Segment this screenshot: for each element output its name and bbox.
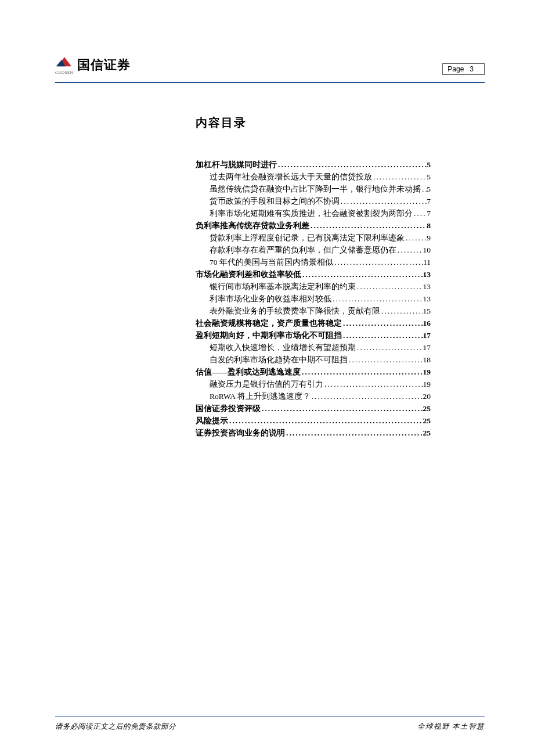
logo-icon: GUOSEN — [55, 55, 74, 75]
toc-entry: 负利率推高传统存贷款业务利差8 — [196, 222, 431, 230]
toc-container: 内容目录 加杠杆与脱媒同时进行5过去两年社会融资增长远大于天量的信贷投放5虽然传… — [196, 115, 431, 441]
toc-dot-leader — [413, 210, 427, 218]
toc-entry-page: 9 — [427, 234, 431, 242]
toc-entry-page: 11 — [423, 258, 431, 267]
toc-list: 加杠杆与脱媒同时进行5过去两年社会融资增长远大于天量的信贷投放5虽然传统信贷在融… — [196, 161, 431, 437]
toc-entry-page: 7 — [427, 210, 431, 218]
toc-entry-page: 19 — [423, 380, 431, 388]
toc-dot-leader — [333, 258, 423, 267]
toc-entry: 国信证券投资评级25 — [196, 405, 431, 413]
toc-dot-leader — [380, 307, 423, 315]
toc-entry: 社会融资规模将稳定，资产质量也将稳定16 — [196, 319, 431, 327]
footer-disclaimer: 请务必阅读正文之后的免责条款部分 — [55, 722, 176, 732]
toc-entry: 证券投资咨询业务的说明25 — [196, 429, 431, 437]
toc-dot-leader — [405, 234, 427, 242]
toc-entry-text: 证券投资咨询业务的说明 — [196, 429, 285, 437]
toc-entry: 估值——盈利或达到逃逸速度19 — [196, 368, 431, 376]
toc-dot-leader — [372, 173, 427, 181]
toc-dot-leader — [285, 429, 423, 437]
toc-entry-page: 5 — [427, 185, 431, 193]
toc-entry-page: 20 — [423, 393, 431, 401]
toc-dot-leader — [331, 295, 423, 303]
toc-entry: 加杠杆与脱媒同时进行5 — [196, 161, 431, 169]
toc-entry: 风险提示25 — [196, 417, 431, 425]
toc-entry-text: 表外融资业务的手续费费率下降很快，贡献有限 — [210, 307, 380, 315]
toc-entry: 70 年代的美国与当前国内情景相似11 — [196, 258, 431, 267]
toc-entry-page: 17 — [423, 332, 431, 340]
toc-dot-leader — [396, 246, 423, 254]
toc-entry: 过去两年社会融资增长远大于天量的信贷投放5 — [196, 173, 431, 181]
toc-entry: 贷款利率上浮程度创记录，已有脱离法定下限利率迹象9 — [196, 234, 431, 242]
toc-entry-text: 风险提示 — [196, 417, 228, 425]
toc-entry: 融资压力是银行估值的万有引力19 — [196, 380, 431, 388]
toc-entry-page: 13 — [423, 283, 431, 291]
toc-entry-page: 19 — [423, 368, 431, 376]
page-number: 3 — [470, 65, 474, 73]
toc-entry-text: RoRWA 将上升到逃逸速度？ — [210, 393, 311, 401]
toc-entry-text: 短期收入快速增长，业绩增长有望超预期 — [210, 344, 356, 352]
toc-entry-text: 国信证券投资评级 — [196, 405, 261, 413]
toc-entry-page: 18 — [423, 356, 431, 364]
toc-entry-text: 银行间市场利率基本脱离法定利率的约束 — [210, 283, 356, 291]
toc-entry-page: 25 — [423, 417, 431, 425]
toc-entry-page: 13 — [423, 271, 431, 279]
toc-entry-page: 16 — [423, 319, 431, 327]
toc-dot-leader — [323, 380, 423, 388]
page-footer: 请务必阅读正文之后的免责条款部分 全球视野 本土智慧 — [55, 717, 485, 732]
toc-dot-leader — [342, 319, 423, 327]
toc-entry-text: 利率市场化短期难有实质推进，社会融资被割裂为两部分 — [210, 210, 413, 218]
toc-entry-page: 5 — [427, 161, 431, 169]
toc-entry: 虽然传统信贷在融资中占比下降到一半，银行地位并未动摇5 — [196, 185, 431, 193]
toc-entry-text: 社会融资规模将稳定，资产质量也将稳定 — [196, 319, 342, 327]
toc-entry-page: 13 — [423, 295, 431, 303]
toc-entry: 银行间市场利率基本脱离法定利率的约束13 — [196, 283, 431, 291]
toc-entry-page: 8 — [427, 222, 431, 230]
toc-entry-text: 市场化融资利差和收益率较低 — [196, 271, 301, 279]
toc-entry-text: 虽然传统信贷在融资中占比下降到一半，银行地位并未动摇 — [210, 185, 421, 193]
page-header: GUOSEN 国信证券 Page3 — [55, 55, 485, 83]
toc-entry-text: 过去两年社会融资增长远大于天量的信贷投放 — [210, 173, 372, 181]
toc-dot-leader — [421, 185, 427, 193]
toc-dot-leader — [301, 368, 423, 376]
toc-entry: 货币政策的手段和目标之间的不协调7 — [196, 197, 431, 206]
toc-entry-page: 10 — [423, 246, 431, 254]
toc-dot-leader — [340, 197, 427, 206]
toc-entry: 表外融资业务的手续费费率下降很快，贡献有限15 — [196, 307, 431, 315]
toc-entry-page: 15 — [423, 307, 431, 315]
toc-entry: 自发的利率市场化趋势在中期不可阻挡18 — [196, 356, 431, 364]
toc-entry-page: 17 — [423, 344, 431, 352]
toc-dot-leader — [277, 161, 427, 169]
company-name: 国信证券 — [77, 56, 131, 74]
toc-entry-text: 存款利率存在着严重的负利率，但广义储蓄意愿仍在 — [210, 246, 396, 254]
toc-entry-text: 70 年代的美国与当前国内情景相似 — [210, 258, 333, 267]
toc-entry-page: 25 — [423, 405, 431, 413]
toc-entry-text: 贷款利率上浮程度创记录，已有脱离法定下限利率迹象 — [210, 234, 405, 242]
toc-dot-leader — [348, 356, 423, 364]
footer-tagline: 全球视野 本土智慧 — [417, 722, 485, 732]
toc-entry-page: 5 — [427, 173, 431, 181]
toc-dot-leader — [301, 271, 423, 279]
toc-entry: 短期收入快速增长，业绩增长有望超预期17 — [196, 344, 431, 352]
toc-dot-leader — [356, 283, 423, 291]
toc-entry-text: 货币政策的手段和目标之间的不协调 — [210, 197, 340, 206]
toc-entry: RoRWA 将上升到逃逸速度？20 — [196, 393, 431, 401]
toc-entry-text: 加杠杆与脱媒同时进行 — [196, 161, 277, 169]
toc-entry: 利率市场化业务的收益率相对较低13 — [196, 295, 431, 303]
toc-dot-leader — [342, 332, 423, 340]
toc-dot-leader — [311, 393, 423, 401]
toc-dot-leader — [309, 222, 427, 230]
toc-entry-text: 利率市场化业务的收益率相对较低 — [210, 295, 331, 303]
toc-entry-text: 盈利短期向好，中期利率市场化不可阻挡 — [196, 332, 342, 340]
page-number-box: Page3 — [442, 63, 485, 75]
toc-dot-leader — [356, 344, 423, 352]
toc-entry: 市场化融资利差和收益率较低13 — [196, 271, 431, 279]
toc-entry-text: 自发的利率市场化趋势在中期不可阻挡 — [210, 356, 348, 364]
toc-entry-text: 估值——盈利或达到逃逸速度 — [196, 368, 301, 376]
toc-entry: 利率市场化短期难有实质推进，社会融资被割裂为两部分7 — [196, 210, 431, 218]
toc-entry: 存款利率存在着严重的负利率，但广义储蓄意愿仍在10 — [196, 246, 431, 254]
toc-dot-leader — [261, 405, 423, 413]
toc-entry-text: 负利率推高传统存贷款业务利差 — [196, 222, 309, 230]
logo-block: GUOSEN 国信证券 — [55, 55, 131, 75]
toc-entry-text: 融资压力是银行估值的万有引力 — [210, 380, 323, 388]
logo-subtext: GUOSEN — [55, 70, 74, 75]
